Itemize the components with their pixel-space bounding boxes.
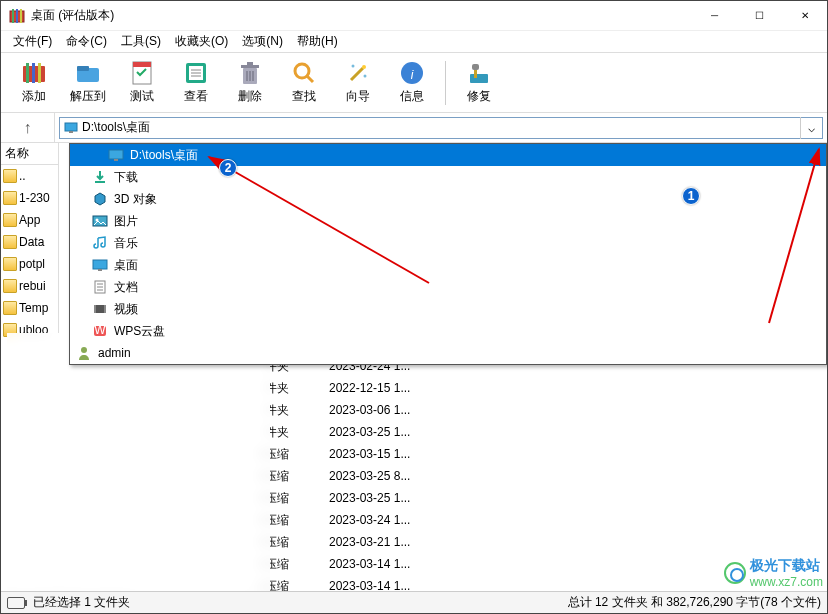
svg-rect-18: [241, 65, 259, 68]
dropdown-item[interactable]: 桌面: [70, 254, 826, 276]
delete-button[interactable]: 删除: [225, 56, 275, 110]
up-button[interactable]: ↑: [1, 113, 55, 142]
svg-rect-9: [77, 66, 89, 71]
wizard-button[interactable]: 向导: [333, 56, 383, 110]
cell-date: 2023-03-14 1...: [329, 557, 469, 571]
svg-point-27: [352, 65, 355, 68]
svg-rect-32: [474, 70, 477, 78]
desktop-icon: [64, 121, 78, 135]
sidebar-item[interactable]: potpl: [1, 253, 58, 275]
window-title: 桌面 (评估版本): [31, 7, 692, 24]
annotation-badge-2: 2: [219, 159, 237, 177]
find-button[interactable]: 查找: [279, 56, 329, 110]
cell-date: 2023-03-25 8...: [329, 469, 469, 483]
dropdown-item[interactable]: 文档: [70, 276, 826, 298]
dropdown-item-label: 3D 对象: [114, 191, 157, 208]
dropdown-item[interactable]: 下载: [70, 166, 826, 188]
cell-date: 2023-03-25 1...: [329, 491, 469, 505]
test-button[interactable]: 测试: [117, 56, 167, 110]
dropdown-item-label: 视频: [114, 301, 138, 318]
battery-icon: [7, 597, 25, 609]
watermark-url: www.xz7.com: [750, 575, 823, 589]
menu-options[interactable]: 选项(N): [236, 33, 289, 50]
svg-rect-35: [69, 131, 73, 133]
user-icon: [76, 345, 92, 361]
column-header-name[interactable]: 名称: [1, 143, 58, 165]
path-text: D:\tools\桌面: [82, 119, 150, 136]
sidebar-item-label: 1-230: [19, 191, 50, 205]
cell-date: 2023-03-06 1...: [329, 403, 469, 417]
minimize-button[interactable]: ─: [692, 1, 737, 30]
menu-favorites[interactable]: 收藏夹(O): [169, 33, 234, 50]
info-button[interactable]: i信息: [387, 56, 437, 110]
folder-icon: [3, 235, 17, 249]
svg-rect-38: [95, 181, 105, 183]
toolbar: 添加 解压到 测试 查看 删除 查找 向导 i信息 修复: [1, 53, 827, 113]
cell-date: 2023-03-15 1...: [329, 447, 469, 461]
svg-point-52: [81, 347, 87, 353]
wps-icon: W: [92, 323, 108, 339]
watermark-title: 极光下载站: [750, 557, 823, 575]
close-button[interactable]: ✕: [782, 1, 827, 30]
maximize-button[interactable]: ☐: [737, 1, 782, 30]
dropdown-item[interactable]: WWPS云盘: [70, 320, 826, 342]
sidebar-item-label: Temp: [19, 301, 48, 315]
sidebar-item-label: rebui: [19, 279, 46, 293]
blur-overlay: [7, 333, 270, 591]
navbar: ↑ D:\tools\桌面 ⌵: [1, 113, 827, 143]
annotation-badge-1: 1: [682, 187, 700, 205]
svg-rect-49: [104, 305, 106, 313]
svg-rect-2: [16, 9, 18, 23]
cell-date: 2022-12-15 1...: [329, 381, 469, 395]
statusbar: 已经选择 1 文件夹 总计 12 文件夹 和 382,726,290 字节(78…: [1, 591, 827, 613]
repair-button[interactable]: 修复: [454, 56, 504, 110]
dropdown-item[interactable]: 视频: [70, 298, 826, 320]
menu-file[interactable]: 文件(F): [7, 33, 58, 50]
folder-icon: [3, 279, 17, 293]
app-icon: [9, 8, 25, 24]
dropdown-item[interactable]: admin: [70, 342, 826, 364]
view-button[interactable]: 查看: [171, 56, 221, 110]
dropdown-item[interactable]: 音乐: [70, 232, 826, 254]
svg-point-26: [362, 65, 366, 69]
3d-icon: [92, 191, 108, 207]
svg-rect-42: [98, 269, 102, 271]
extract-button[interactable]: 解压到: [63, 56, 113, 110]
sidebar-item[interactable]: App: [1, 209, 58, 231]
svg-rect-36: [109, 150, 123, 159]
dropdown-item[interactable]: D:\tools\桌面: [70, 144, 826, 166]
svg-rect-37: [114, 159, 118, 161]
sidebar-item-label: potpl: [19, 257, 45, 271]
svg-line-24: [307, 76, 313, 82]
menu-help[interactable]: 帮助(H): [291, 33, 344, 50]
status-left: 已经选择 1 文件夹: [33, 594, 130, 611]
menu-tools[interactable]: 工具(S): [115, 33, 167, 50]
sidebar-item[interactable]: rebui: [1, 275, 58, 297]
music-icon: [92, 235, 108, 251]
sidebar-item[interactable]: ..: [1, 165, 58, 187]
folder-icon: [3, 213, 17, 227]
sidebar-item[interactable]: 1-230: [1, 187, 58, 209]
dropdown-item-label: WPS云盘: [114, 323, 165, 340]
folder-icon: [3, 169, 17, 183]
sidebar-item[interactable]: Temp: [1, 297, 58, 319]
svg-rect-11: [133, 62, 151, 67]
dropdown-item[interactable]: 3D 对象: [70, 188, 826, 210]
add-button[interactable]: 添加: [9, 56, 59, 110]
status-right: 总计 12 文件夹 和 382,726,290 字节(78 个文件): [568, 594, 821, 611]
menu-command[interactable]: 命令(C): [60, 33, 113, 50]
dropdown-item[interactable]: 图片: [70, 210, 826, 232]
path-dropdown-toggle[interactable]: ⌵: [800, 117, 822, 139]
picture-icon: [92, 213, 108, 229]
dropdown-item-label: 桌面: [114, 257, 138, 274]
svg-rect-48: [94, 305, 96, 313]
svg-rect-34: [65, 123, 77, 131]
svg-rect-41: [93, 260, 107, 269]
menubar: 文件(F) 命令(C) 工具(S) 收藏夹(O) 选项(N) 帮助(H): [1, 31, 827, 53]
path-field[interactable]: D:\tools\桌面 ⌵: [59, 117, 823, 139]
sidebar-item[interactable]: Data: [1, 231, 58, 253]
cell-date: 2023-03-14 1...: [329, 579, 469, 591]
dropdown-item-label: 图片: [114, 213, 138, 230]
svg-rect-19: [247, 62, 253, 65]
svg-rect-1: [12, 9, 14, 23]
